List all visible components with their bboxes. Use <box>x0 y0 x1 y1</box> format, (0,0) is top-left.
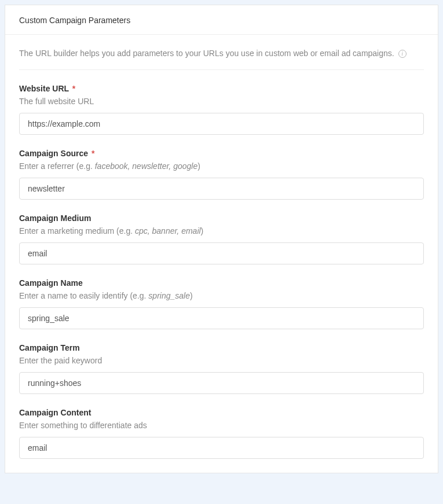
campaign-term-group: Campaign Term Enter the paid keyword <box>19 343 424 394</box>
campaign-source-input[interactable] <box>19 178 424 200</box>
website-url-input[interactable] <box>19 113 424 135</box>
label-text: Website URL <box>19 84 69 93</box>
campaign-source-group: Campaign Source * Enter a referrer (e.g.… <box>19 149 424 200</box>
campaign-source-help: Enter a referrer (e.g. facebook, newslet… <box>19 161 424 171</box>
campaign-medium-help: Enter a marketing medium (e.g. cpc, bann… <box>19 226 424 236</box>
required-marker: * <box>91 149 94 158</box>
campaign-content-help: Enter something to differentiate ads <box>19 421 424 430</box>
campaign-name-help: Enter a name to easily identify (e.g. sp… <box>19 291 424 300</box>
campaign-term-input[interactable] <box>19 372 424 394</box>
campaign-name-group: Campaign Name Enter a name to easily ide… <box>19 278 424 329</box>
campaign-content-input[interactable] <box>19 437 424 459</box>
required-marker: * <box>72 84 75 93</box>
help-suffix: ) <box>201 226 204 236</box>
website-url-group: Website URL * The full website URL <box>19 84 424 135</box>
campaign-content-group: Campaign Content Enter something to diff… <box>19 408 424 459</box>
help-suffix: ) <box>197 161 200 171</box>
help-prefix: Enter a name to easily identify (e.g. <box>19 291 148 300</box>
card-title: Custom Campaign Parameters <box>19 16 130 25</box>
intro-text: The URL builder helps you add parameters… <box>19 49 394 58</box>
help-prefix: Enter a referrer (e.g. <box>19 161 95 171</box>
help-italic: spring_sale <box>148 291 190 300</box>
divider <box>19 69 424 70</box>
campaign-source-label: Campaign Source * <box>19 149 424 158</box>
campaign-name-input[interactable] <box>19 307 424 329</box>
help-italic: facebook, newsletter, google <box>95 161 197 171</box>
campaign-medium-label: Campaign Medium <box>19 214 424 223</box>
campaign-term-help: Enter the paid keyword <box>19 356 424 365</box>
help-suffix: ) <box>190 291 193 300</box>
website-url-help: The full website URL <box>19 97 424 106</box>
campaign-term-label: Campaign Term <box>19 343 424 352</box>
info-icon[interactable]: i <box>398 50 407 58</box>
campaign-medium-input[interactable] <box>19 242 424 264</box>
campaign-name-label: Campaign Name <box>19 278 424 288</box>
website-url-label: Website URL * <box>19 84 424 93</box>
intro-row: The URL builder helps you add parameters… <box>19 49 424 58</box>
label-text: Campaign Source <box>19 149 88 158</box>
help-prefix: Enter a marketing medium (e.g. <box>19 226 135 236</box>
card-header: Custom Campaign Parameters <box>5 5 438 35</box>
help-italic: cpc, banner, email <box>135 226 201 236</box>
campaign-content-label: Campaign Content <box>19 408 424 417</box>
campaign-parameters-card: Custom Campaign Parameters The URL build… <box>5 5 438 473</box>
campaign-medium-group: Campaign Medium Enter a marketing medium… <box>19 214 424 264</box>
card-body: The URL builder helps you add parameters… <box>5 35 438 473</box>
